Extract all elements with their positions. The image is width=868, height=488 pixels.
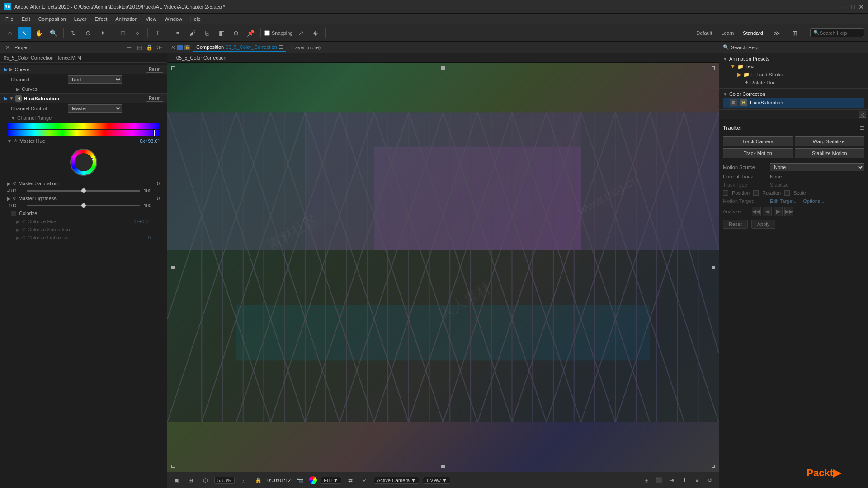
search-help-area[interactable]: 🔍 xyxy=(810,28,864,37)
tool-pen[interactable]: ✒ xyxy=(172,27,184,39)
menu-composition[interactable]: Composition xyxy=(35,15,70,23)
tool-ellipse-mask[interactable]: ○ xyxy=(131,27,144,39)
workspace-default[interactable]: Default xyxy=(694,29,714,37)
analyze-back-btn[interactable]: ◀ xyxy=(763,207,772,216)
panel-more-btn[interactable]: ≫ xyxy=(155,43,163,52)
tool-rect-mask[interactable]: □ xyxy=(117,27,129,39)
master-sat-slider[interactable] xyxy=(27,190,140,192)
curves-sub[interactable]: ▶ Curves xyxy=(0,85,167,93)
viewer-info-btn[interactable]: ℹ xyxy=(679,475,690,486)
tool-zoom[interactable]: 🔍 xyxy=(47,27,60,39)
tool-rotate[interactable]: ↻ xyxy=(67,27,80,39)
analyze-back-all-btn[interactable]: ◀◀ xyxy=(752,207,761,216)
viewer-camera-btn[interactable]: 📷 xyxy=(294,475,305,486)
tab-layer[interactable]: Layer (none) xyxy=(290,44,323,51)
edit-target-link[interactable]: Edit Target... xyxy=(770,198,798,204)
tab-composition[interactable]: Composition 05_5_Color_Correction ☰ xyxy=(193,43,286,52)
master-sat-thumb[interactable] xyxy=(81,188,86,193)
panel-close-btn[interactable]: ✕ xyxy=(4,43,12,52)
workspace-standard[interactable]: Standard xyxy=(741,29,765,37)
master-light-slider[interactable] xyxy=(27,205,140,206)
snapping-checkbox[interactable] xyxy=(264,30,270,36)
rotation-checkbox[interactable] xyxy=(753,190,759,196)
tool-star[interactable]: ✦ xyxy=(96,27,109,39)
tool-extra-1[interactable]: ↗ xyxy=(295,27,307,39)
viewer-refresh-btn[interactable]: ↺ xyxy=(704,475,715,486)
tool-extra-2[interactable]: ◈ xyxy=(309,27,322,39)
anim-presets-header[interactable]: ▼ Animation Presets xyxy=(723,55,864,62)
viewer-check-btn[interactable]: ✓ xyxy=(359,475,370,486)
options-link[interactable]: Options... xyxy=(803,198,825,204)
huesat-enable-fx[interactable]: fx xyxy=(4,96,8,101)
tracker-reset-btn[interactable]: Reset xyxy=(723,220,748,229)
minimize-btn[interactable]: ─ xyxy=(842,4,848,10)
tool-stamp[interactable]: ⎘ xyxy=(201,27,213,39)
tool-hand[interactable]: ✋ xyxy=(33,27,45,39)
view-count-select[interactable]: 1 View ▼ xyxy=(423,477,450,484)
viewer-grid-btn[interactable]: ⊞ xyxy=(185,475,196,486)
tool-eraser[interactable]: ◧ xyxy=(215,27,228,39)
view-mode-select[interactable]: Active Camera ▼ xyxy=(374,477,419,484)
menu-layer[interactable]: Layer xyxy=(71,15,90,23)
fill-stroke-item[interactable]: ▶ 📁 Fill and Stroke xyxy=(723,70,864,79)
track-motion-btn[interactable]: Track Motion xyxy=(723,148,793,158)
tool-text[interactable]: T xyxy=(151,27,164,39)
tracker-menu-icon[interactable]: ☰ xyxy=(860,125,864,131)
tool-select[interactable]: ↖ xyxy=(18,27,31,39)
huesat-effect-header[interactable]: fx ▼ H Hue/Saturation Reset xyxy=(0,93,167,103)
zoom-display[interactable]: 53.3% xyxy=(214,477,235,484)
panel-lock-btn[interactable]: 🔒 xyxy=(145,43,153,52)
analyze-forward-all-btn[interactable]: ▶▶ xyxy=(784,207,793,216)
text-folder-item[interactable]: ▼ 📁 Text xyxy=(723,62,864,70)
panel-list-btn[interactable]: ▤ xyxy=(135,43,143,52)
master-light-thumb[interactable] xyxy=(81,203,86,208)
menu-effect[interactable]: Effect xyxy=(91,15,111,23)
curves-channel-select[interactable]: Red Green Blue Alpha xyxy=(68,75,122,84)
close-btn[interactable]: ✕ xyxy=(858,4,864,10)
motion-source-select[interactable]: None xyxy=(770,163,864,171)
viewer-comp-btn[interactable]: ⊞ xyxy=(641,475,652,486)
viewer-preview-btn[interactable]: ▣ xyxy=(171,475,182,486)
tool-puppet[interactable]: ⊕ xyxy=(230,27,242,39)
panel-minimize-btn[interactable]: ─ xyxy=(125,43,133,52)
menu-view[interactable]: View xyxy=(142,15,160,23)
quality-display[interactable]: Full ▼ xyxy=(321,477,341,484)
tool-pin[interactable]: 📌 xyxy=(244,27,257,39)
menu-help[interactable]: Help xyxy=(187,15,204,23)
channel-range-header[interactable]: ▼ Channel Range xyxy=(0,114,167,122)
maximize-btn[interactable]: □ xyxy=(850,4,856,10)
channel-control-select[interactable]: Master Reds Yellows xyxy=(68,104,122,113)
viewer-3d-btn[interactable]: ⬡ xyxy=(200,475,211,486)
color-wheel-btn[interactable] xyxy=(309,476,317,484)
stabilize-motion-btn[interactable]: Stabilize Motion xyxy=(795,148,865,158)
panel-collapse-btn[interactable]: ◁ xyxy=(859,111,866,118)
viewer-fit-btn[interactable]: ⊡ xyxy=(238,475,249,486)
hue-marker[interactable] xyxy=(153,129,155,136)
viewer-render-btn[interactable]: ⬛ xyxy=(654,475,665,486)
tab-comp-menu-icon[interactable]: ☰ xyxy=(279,44,283,50)
comp-tab-name[interactable]: 05_5_Color Correction xyxy=(173,54,230,61)
position-checkbox[interactable] xyxy=(723,190,728,196)
viewer-export-btn[interactable]: ⇥ xyxy=(666,475,677,486)
curves-enable-checkbox[interactable]: fx xyxy=(4,67,8,72)
huesat-preset-item[interactable]: ⊞ H Hue/Saturation xyxy=(723,98,864,108)
tool-brush[interactable]: 🖌 xyxy=(186,27,199,39)
huesat-reset-btn[interactable]: Reset xyxy=(146,95,163,102)
analyze-forward-btn[interactable]: ▶ xyxy=(774,207,783,216)
viewer-lock-btn[interactable]: 🔒 xyxy=(253,475,264,486)
colorize-checkbox[interactable] xyxy=(11,211,16,216)
menu-window[interactable]: Window xyxy=(161,15,186,23)
color-correction-header[interactable]: ▼ Color Correction xyxy=(723,90,864,98)
scale-checkbox[interactable] xyxy=(784,190,790,196)
tool-camera[interactable]: ⊙ xyxy=(82,27,94,39)
tracker-apply-btn[interactable]: Apply xyxy=(751,220,776,229)
rotate-hue-item[interactable]: ✦ Rotate Hue xyxy=(723,79,864,86)
curves-reset-btn[interactable]: Reset xyxy=(146,66,163,73)
track-camera-btn[interactable]: Track Camera xyxy=(723,136,793,146)
hue-wheel[interactable] xyxy=(70,149,97,176)
curves-effect-header[interactable]: fx ▶ Curves Reset xyxy=(0,65,167,74)
tool-home[interactable]: ⌂ xyxy=(4,27,16,39)
search-help-input[interactable] xyxy=(820,30,860,36)
tab-close-btn[interactable]: ✕ xyxy=(171,44,175,51)
viewer-layers-btn[interactable]: ≡ xyxy=(692,475,703,486)
